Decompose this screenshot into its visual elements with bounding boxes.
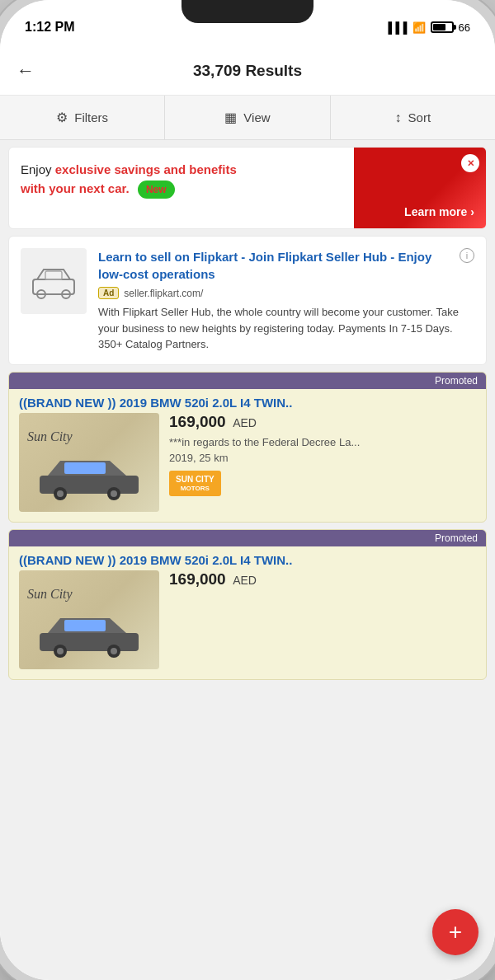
sort-icon: ↕ [395,110,402,125]
sort-label: Sort [408,110,431,124]
svg-point-6 [57,490,64,497]
car-card-body-2: Sun City [9,570,486,679]
svg-point-12 [57,648,64,654]
promoted-label-2: Promoted [9,530,486,546]
car-listing-1[interactable]: Promoted ((BRAND NEW )) 2019 BMW 520i 2.… [8,372,487,523]
flipkart-ad-title: Learn to sell on Flipkart - Join Flipkar… [98,248,474,283]
view-label: View [243,110,270,124]
view-button[interactable]: ▦ View [165,96,330,139]
banner-text-line1: Enjoy exclusive savings and benefits [21,161,342,180]
car-title-2: ((BRAND NEW )) 2019 BMW 520i 2.0L I4 TWI… [9,546,486,570]
promoted-label: Promoted [9,373,486,389]
flipkart-ad-image [21,248,87,314]
filter-bar: ⚙ Filters ▦ View ↕ Sort [0,96,495,140]
arrow-icon: › [470,205,474,218]
banner-ad-right: Learn more › [354,148,486,228]
car-icon [29,263,78,300]
learn-more-label: Learn more [404,205,467,218]
car-desc-1: ***in regards to the Federal Decree La..… [169,434,476,451]
car-info-1: 169,000 AED ***in regards to the Federal… [169,413,476,497]
ad-label-row: Ad seller.flipkart.com/ [98,287,474,299]
sun-city-watermark-2: Sun City [27,587,73,602]
svg-point-8 [111,490,117,497]
header: ← 33,709 Results [0,46,495,96]
flipkart-description: With Flipkart Seller Hub, the whole coun… [98,304,474,353]
battery-icon [431,21,454,33]
sort-button[interactable]: ↕ Sort [331,96,495,139]
sun-city-watermark: Sun City [27,429,73,444]
car-silhouette [35,451,143,504]
battery-label: 66 [459,21,470,34]
car-info-2: 169,000 AED [169,570,476,588]
car-card-body-1: Sun City [9,413,486,522]
fab-button[interactable]: + [432,909,478,955]
svg-point-14 [111,648,117,654]
seller-logo-1: SUN CITY MOTORS [169,471,221,496]
filters-icon: ⚙ [56,110,68,125]
page-title: 33,709 Results [193,62,302,80]
filters-button[interactable]: ⚙ Filters [0,96,165,139]
flipkart-url: seller.flipkart.com/ [124,288,203,299]
status-icons: ▐▐▐ 📶 66 [384,21,470,34]
close-banner-button[interactable] [461,154,479,172]
car-image-1: Sun City [19,413,159,512]
svg-rect-9 [64,462,106,474]
svg-rect-0 [33,279,74,294]
car-price-2: 169,000 AED [169,570,476,588]
signal-icon: ▐▐▐ [384,21,408,34]
view-icon: ▦ [224,110,237,125]
status-time: 1:12 PM [25,20,74,35]
filters-label: Filters [74,110,108,124]
new-badge: New [138,181,175,199]
back-button[interactable]: ← [16,60,35,82]
learn-more-button[interactable]: Learn more › [404,205,474,218]
banner-highlight: exclusive savings and benefits [55,162,237,176]
wifi-icon: 📶 [412,21,426,34]
car-year-km-1: 2019, 25 km [169,452,476,464]
banner-ad-text: Enjoy exclusive savings and benefits wit… [9,148,354,228]
flipkart-ad-content: i Learn to sell on Flipkart - Join Flipk… [98,248,474,353]
car-listing-2[interactable]: Promoted ((BRAND NEW )) 2019 BMW 520i 2.… [8,529,487,680]
car-title-1: ((BRAND NEW )) 2019 BMW 520i 2.0L I4 TWI… [9,389,486,413]
flipkart-ad[interactable]: i Learn to sell on Flipkart - Join Flipk… [8,236,487,365]
banner-text-line2: with your next car. New [21,180,342,199]
car-price-1: 169,000 AED [169,413,476,431]
banner-ad: Enjoy exclusive savings and benefits wit… [8,147,487,229]
flipkart-info-icon[interactable]: i [460,248,474,263]
svg-rect-15 [64,620,106,631]
svg-rect-3 [45,271,62,279]
car-silhouette-2 [35,608,143,661]
ad-label: Ad [98,287,119,299]
car-image-2: Sun City [19,570,159,669]
content-area: Enjoy exclusive savings and benefits wit… [0,140,495,980]
